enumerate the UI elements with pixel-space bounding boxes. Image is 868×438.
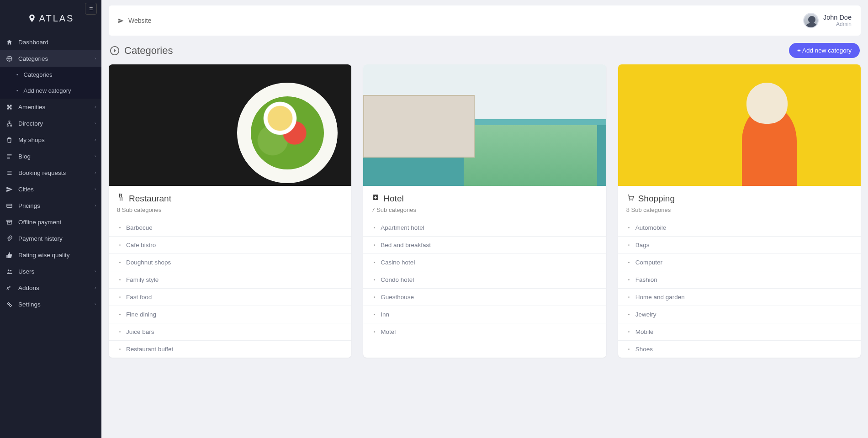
send-icon	[5, 185, 13, 193]
subcategory-item[interactable]: Motel	[363, 323, 606, 340]
add-category-button[interactable]: + Add new category	[789, 43, 860, 58]
sidebar-item-pricings[interactable]: Pricings›	[0, 197, 101, 214]
svg-point-7	[119, 227, 121, 228]
svg-point-14	[119, 348, 121, 350]
subcategory-item[interactable]: Home and garden	[618, 288, 861, 306]
subcategory-item[interactable]: Jewelry	[618, 306, 861, 323]
svg-rect-1	[6, 204, 11, 207]
user-name: John Doe	[823, 14, 852, 21]
subcategory-label: Fast food	[126, 294, 152, 301]
puzzle-icon	[5, 103, 13, 111]
subcategory-item[interactable]: Fast food	[109, 288, 351, 306]
sidebar-item-users[interactable]: Users›	[0, 263, 101, 280]
chevron-right-icon: ›	[95, 269, 96, 274]
utensils-icon	[117, 193, 125, 204]
subcategory-item[interactable]: Guesthouse	[363, 288, 606, 306]
website-label: Website	[128, 17, 151, 24]
sidebar-item-payment-history[interactable]: Payment history	[0, 230, 101, 247]
sidebar-item-label: Users	[18, 268, 34, 275]
sidebar-toggle-button[interactable]: ≡	[85, 3, 97, 15]
subcategory-item[interactable]: Casino hotel	[363, 253, 606, 271]
sidebar-item-settings[interactable]: Settings›	[0, 296, 101, 312]
coffee-icon	[117, 243, 122, 248]
subcategory-item[interactable]: Fine dining	[109, 306, 351, 323]
sidebar-item-rating-wise-quality[interactable]: Rating wise quality	[0, 247, 101, 263]
subcategory-item[interactable]: Automobile	[618, 219, 861, 236]
svg-point-17	[374, 244, 375, 246]
subcategory-item[interactable]: Juice bars	[109, 323, 351, 340]
svg-point-26	[628, 244, 630, 246]
subcategory-item[interactable]: Family style	[109, 271, 351, 288]
category-title[interactable]: Shopping	[626, 193, 852, 204]
subcategory-item[interactable]: Fashion	[618, 271, 861, 288]
fashion-icon	[626, 277, 632, 283]
subcategory-item[interactable]: Bags	[618, 236, 861, 253]
sidebar-item-label: Settings	[18, 301, 41, 308]
user-menu[interactable]: John Doe Admin	[803, 13, 852, 28]
sidebar-item-amenities[interactable]: Amenities›	[0, 99, 101, 115]
subcategory-label: Bed and breakfast	[381, 242, 431, 248]
subcategory-label: Mobile	[635, 328, 654, 335]
sidebar-item-dashboard[interactable]: Dashboard	[0, 34, 101, 50]
building-icon	[371, 225, 377, 231]
sidebar-item-label: Dashboard	[18, 39, 48, 46]
sidebar-subitem-categories[interactable]: •Categories	[0, 67, 101, 83]
sidebar-item-my-shops[interactable]: My shops›	[0, 132, 101, 148]
svg-point-20	[374, 296, 375, 298]
category-title[interactable]: Hotel	[371, 193, 598, 204]
subcategory-item[interactable]: Cafe bistro	[109, 236, 351, 253]
clip-icon	[5, 235, 13, 242]
child-icon	[117, 277, 122, 283]
subcategory-list: BarbecueCafe bistroDoughnut shopsFamily …	[109, 219, 351, 358]
subcategory-item[interactable]: Restaurant buffet	[109, 340, 351, 358]
svg-point-29	[628, 296, 630, 298]
sidebar-item-label: Cities	[18, 186, 34, 193]
sidebar: ≡ ATLAS DashboardCategories›•Categories•…	[0, 0, 101, 438]
website-link[interactable]: Website	[118, 17, 151, 24]
home2-icon	[626, 295, 632, 300]
category-card: Hotel7 Sub categoriesApartment hotelBed …	[363, 64, 606, 358]
subcategory-list: Apartment hotelBed and breakfastCasino h…	[363, 219, 606, 340]
subcategory-item[interactable]: Computer	[618, 253, 861, 271]
pin-icon	[27, 13, 37, 24]
arrow-circle-icon	[110, 46, 120, 56]
subcategory-item[interactable]: Doughnut shops	[109, 253, 351, 271]
subcategory-item[interactable]: Shoes	[618, 340, 861, 358]
svg-point-18	[374, 262, 375, 263]
sidebar-item-blog[interactable]: Blog›	[0, 148, 101, 164]
lines-icon	[5, 153, 13, 160]
category-title[interactable]: Restaurant	[117, 193, 343, 204]
category-image	[618, 64, 861, 186]
subcategory-label: Cafe bistro	[126, 242, 156, 248]
subcategory-item[interactable]: Barbecue	[109, 219, 351, 236]
subcategory-item[interactable]: Condo hotel	[363, 271, 606, 288]
sidebar-item-directory[interactable]: Directory›	[0, 115, 101, 132]
subcategory-label: Family style	[126, 276, 159, 283]
send-icon	[118, 18, 124, 24]
sidebar-submenu: •Categories•Add new category	[0, 67, 101, 99]
subcategory-item[interactable]: Bed and breakfast	[363, 236, 606, 253]
sidebar-item-offline-payment[interactable]: Offline payment	[0, 214, 101, 230]
nav-list: DashboardCategories›•Categories•Add new …	[0, 34, 101, 312]
subcategory-item[interactable]: Apartment hotel	[363, 219, 606, 236]
category-card: Restaurant8 Sub categoriesBarbecueCafe b…	[109, 64, 351, 358]
category-image	[109, 64, 351, 186]
sidebar-item-cities[interactable]: Cities›	[0, 181, 101, 197]
subcategory-label: Juice bars	[126, 328, 154, 335]
juice-icon	[117, 329, 122, 335]
bed-icon	[371, 243, 377, 248]
sidebar-item-booking-requests[interactable]: Booking requests›	[0, 164, 101, 181]
page-title: Categories	[110, 45, 173, 57]
svg-point-25	[628, 227, 630, 228]
svg-point-3	[10, 270, 11, 271]
bag2-icon	[626, 243, 632, 248]
subcategory-label: Jewelry	[635, 311, 656, 318]
sidebar-item-label: Offline payment	[18, 219, 61, 226]
sidebar-item-label: My shops	[18, 137, 45, 143]
sidebar-subitem-add-new-category[interactable]: •Add new category	[0, 83, 101, 99]
subcategory-item[interactable]: Inn	[363, 306, 606, 323]
sidebar-item-categories[interactable]: Categories›	[0, 50, 101, 67]
sidebar-item-addons[interactable]: x²Addons›	[0, 280, 101, 296]
subcategory-item[interactable]: Mobile	[618, 323, 861, 340]
chevron-right-icon: ›	[95, 285, 96, 290]
